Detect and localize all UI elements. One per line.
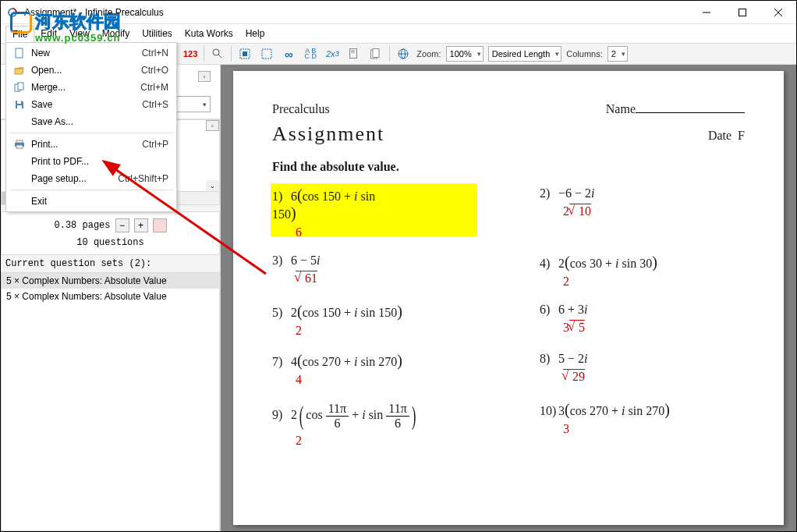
- svg-line-6: [218, 55, 221, 58]
- scroll-down-button[interactable]: ⌄: [206, 180, 219, 191]
- window-title: Assignment* - Infinite Precalculus: [24, 7, 689, 18]
- menu-print-shortcut: Ctrl+P: [142, 139, 168, 150]
- question-10[interactable]: 10)3(cos 270 + i sin 270) 3: [540, 401, 745, 448]
- zoom-select[interactable]: 100%: [446, 46, 484, 62]
- question-8[interactable]: 8)5 − 2i 29: [540, 352, 745, 387]
- menu-file[interactable]: File: [5, 26, 34, 42]
- folder-open-icon: [14, 65, 31, 76]
- menu-view[interactable]: View: [63, 26, 96, 41]
- remove-button[interactable]: [153, 218, 167, 232]
- decrease-button[interactable]: −: [115, 218, 129, 232]
- select-partial-icon[interactable]: [258, 45, 275, 62]
- sets-label: Current question sets (2):: [1, 255, 220, 272]
- menu-printpdf-label: Print to PDF...: [31, 156, 168, 167]
- formula-icon[interactable]: 2x3: [324, 45, 341, 62]
- question-1[interactable]: 1)6(cos 150 + i sin 150) 6: [272, 186, 477, 239]
- question-4[interactable]: 4)2(cos 30 + i sin 30) 2: [540, 254, 745, 289]
- svg-rect-18: [16, 48, 23, 58]
- svg-point-5: [213, 49, 219, 55]
- course-title: Precalculus: [272, 102, 330, 116]
- question-number: 1): [272, 190, 291, 204]
- minimize-button[interactable]: [689, 1, 724, 24]
- svg-rect-2: [739, 9, 746, 16]
- desired-length-select[interactable]: Desired Length: [488, 46, 562, 62]
- date-label: Date: [708, 129, 731, 142]
- menu-new[interactable]: New Ctrl+N: [8, 44, 175, 62]
- question-set-row[interactable]: 5 × Complex Numbers: Absolute Value: [2, 273, 219, 289]
- question-sets-list: 5 × Complex Numbers: Absolute Value 5 × …: [1, 272, 220, 531]
- answer: 61: [296, 271, 477, 286]
- toolbar-separator: [231, 46, 232, 62]
- menu-open-shortcut: Ctrl+O: [141, 65, 168, 76]
- menu-merge-shortcut: Ctrl+M: [140, 82, 168, 93]
- toolbar-separator: [389, 46, 390, 62]
- question-set-row[interactable]: 5 × Complex Numbers: Absolute Value: [2, 289, 219, 304]
- question-number: 4): [540, 257, 558, 271]
- svg-rect-22: [17, 105, 22, 108]
- sheet-icon[interactable]: [345, 45, 363, 62]
- menu-open[interactable]: Open... Ctrl+O: [8, 62, 175, 79]
- svg-rect-10: [350, 49, 357, 59]
- close-button[interactable]: [760, 1, 796, 24]
- menu-utilities[interactable]: Utilities: [136, 26, 179, 41]
- answer: 3: [563, 422, 745, 436]
- question-number: 2): [540, 186, 558, 200]
- svg-rect-25: [16, 145, 23, 148]
- save-icon: [14, 99, 31, 110]
- columns-select[interactable]: 2: [607, 46, 628, 62]
- instruction-text: Find the absolute value.: [272, 160, 745, 174]
- question-9[interactable]: 9)2(cos 11π6 + i sin 11π6) 2: [272, 401, 477, 448]
- menu-separator: [9, 133, 173, 133]
- question-7[interactable]: 7)4(cos 270 + i sin 270) 4: [272, 352, 477, 387]
- abc-icon[interactable]: A BC D: [302, 45, 319, 62]
- menu-merge[interactable]: Merge... Ctrl+M: [8, 79, 175, 96]
- svg-rect-23: [16, 140, 23, 143]
- toolbar-separator: [204, 46, 204, 62]
- stats-box: 0.38 pages − + 10 questions: [1, 211, 220, 255]
- magnifier-icon[interactable]: [209, 45, 226, 62]
- maximize-button[interactable]: [724, 1, 760, 24]
- merge-icon: [14, 82, 31, 93]
- svg-rect-9: [262, 49, 271, 59]
- svg-rect-20: [18, 83, 23, 90]
- file-menu-dropdown: New Ctrl+N Open... Ctrl+O Merge... Ctrl+…: [5, 42, 177, 212]
- select-full-icon[interactable]: [236, 45, 253, 62]
- menu-new-label: New: [31, 48, 142, 59]
- menu-print[interactable]: Print... Ctrl+P: [8, 136, 175, 153]
- new-file-icon: [14, 48, 31, 59]
- question-grid: 1)6(cos 150 + i sin 150) 6 2)−6 − 2i 210…: [272, 186, 745, 448]
- svg-rect-14: [373, 49, 379, 58]
- question-number: 3): [272, 254, 291, 268]
- menu-separator: [9, 190, 173, 190]
- menu-modify[interactable]: Modify: [96, 26, 136, 41]
- menu-kuta-works[interactable]: Kuta Works: [179, 26, 239, 41]
- menu-exit-label: Exit: [31, 196, 168, 207]
- globe-icon[interactable]: [395, 45, 412, 62]
- panel-toggle-button[interactable]: ▫: [206, 120, 219, 131]
- question-6[interactable]: 6)6 + 3i 35: [540, 303, 745, 338]
- menu-save-shortcut: Ctrl+S: [142, 99, 168, 110]
- document-viewport[interactable]: Precalculus Name Assignment Date F Find …: [221, 65, 796, 531]
- increase-button[interactable]: +: [134, 218, 148, 232]
- menu-exit[interactable]: Exit: [8, 193, 175, 210]
- menu-print-label: Print...: [31, 139, 142, 150]
- menu-save-as[interactable]: Save As...: [8, 113, 175, 130]
- sheets-icon[interactable]: [367, 45, 384, 62]
- menu-help[interactable]: Help: [239, 26, 271, 41]
- answer: 2: [296, 324, 477, 338]
- menu-save[interactable]: Save Ctrl+S: [8, 96, 175, 113]
- toolbar-numbers[interactable]: 123: [182, 45, 199, 62]
- titlebar: Assignment* - Infinite Precalculus: [1, 1, 796, 24]
- name-label: Name: [606, 102, 636, 115]
- question-2[interactable]: 2)−6 − 2i 210: [540, 186, 745, 239]
- menu-pagesetup-shortcut: Ctrl+Shift+P: [118, 173, 168, 184]
- menu-page-setup[interactable]: Page setup... Ctrl+Shift+P: [8, 170, 175, 187]
- menu-save-label: Save: [31, 99, 142, 110]
- question-5[interactable]: 5)2(cos 150 + i sin 150) 2: [272, 303, 477, 338]
- infinity-icon[interactable]: ∞: [280, 45, 297, 62]
- question-3[interactable]: 3)6 − 5i 61: [272, 254, 477, 289]
- panel-collapse-button[interactable]: ▫: [198, 71, 211, 82]
- answer: 4: [296, 373, 477, 387]
- menu-edit[interactable]: Edit: [34, 26, 63, 41]
- menu-print-to-pdf[interactable]: Print to PDF...: [8, 153, 175, 170]
